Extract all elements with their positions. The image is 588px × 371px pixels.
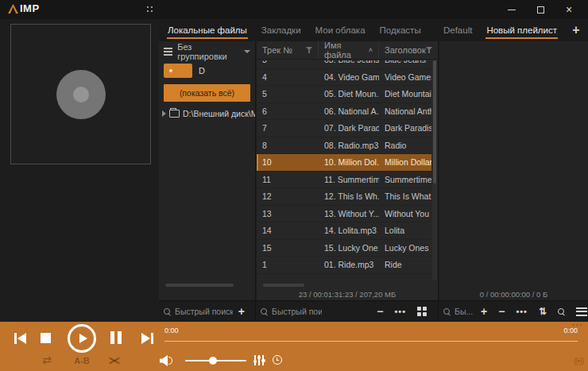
add-tracks-button[interactable]: +: [475, 305, 493, 318]
volume-slider[interactable]: [185, 360, 246, 361]
browser-horizontal-scrollbar[interactable]: [165, 284, 234, 287]
playlist-row[interactable]: 13 13. Without Y... Without You: [257, 206, 431, 223]
filter-icon[interactable]: [306, 47, 312, 53]
column-header-track[interactable]: Трек №: [257, 41, 319, 59]
tree-item-label: D:\Внешний диск\М: [183, 109, 255, 118]
column-header-title[interactable]: Заголовок: [379, 41, 438, 59]
window-controls: ×: [497, 0, 583, 19]
more-button[interactable]: •••: [510, 307, 533, 316]
stop-button[interactable]: [40, 332, 52, 344]
drive-label: D: [199, 66, 205, 75]
grid-icon: [417, 307, 427, 317]
maximize-button[interactable]: [526, 0, 555, 19]
drive-item[interactable]: D: [159, 61, 255, 80]
cell-track-number: 15: [257, 240, 319, 257]
playlist-more-button[interactable]: •••: [389, 307, 412, 316]
previous-button[interactable]: [10, 330, 30, 347]
browser-search-input[interactable]: [175, 307, 233, 316]
playlist-row[interactable]: 5 05. Diet Moun... Diet Mountain...: [257, 86, 431, 103]
volume-slider-thumb[interactable]: [209, 357, 217, 365]
pause-button[interactable]: [110, 331, 122, 344]
library-tab[interactable]: Подкасты: [373, 19, 428, 41]
play-button[interactable]: [67, 323, 97, 354]
menu-button[interactable]: [571, 307, 588, 316]
remove-tracks-button[interactable]: −: [493, 305, 510, 318]
cell-title: Lucky Ones: [379, 240, 431, 257]
playlist-search-input[interactable]: [272, 307, 322, 316]
sort-button[interactable]: ⇅: [533, 306, 552, 317]
next-icon: [141, 333, 153, 344]
cell-title: National Anth...: [379, 103, 431, 120]
ab-repeat-button[interactable]: A-B: [72, 355, 92, 365]
browser-add-button[interactable]: +: [233, 305, 250, 318]
playlist-row[interactable]: 1 01. Ride.mp3 Ride: [257, 257, 431, 274]
close-button[interactable]: ×: [555, 0, 583, 19]
cell-title: Blue Jeans: [379, 60, 431, 68]
cell-track-number: 10: [257, 154, 319, 171]
expand-arrow-icon[interactable]: [162, 110, 166, 117]
playlist-row[interactable]: 11 11. Summertim... Summertime S...: [257, 172, 431, 189]
playlist-row[interactable]: 3 03. Blue Jeans.... Blue Jeans: [257, 60, 431, 69]
new-playlist-toolbar: + − ••• ⇅: [439, 301, 588, 322]
view-grid-button[interactable]: [412, 307, 433, 317]
seek-bar[interactable]: [164, 341, 578, 342]
minimize-button[interactable]: [497, 0, 526, 19]
cell-filename: 13. Without Y...: [319, 206, 379, 222]
broadcast-icon[interactable]: ((•)): [574, 357, 583, 365]
resize-grip-left[interactable]: ···: [4, 319, 15, 328]
show-all-button[interactable]: (показать всё): [164, 84, 250, 102]
playlist-tab[interactable]: Default: [436, 19, 479, 41]
close-icon: ×: [566, 4, 572, 15]
search-button[interactable]: [552, 308, 571, 315]
playlist-row[interactable]: 12 12. This Is Wh... This Is What ...: [257, 188, 431, 206]
column-header-filename[interactable]: Имя файла ˄: [319, 41, 379, 59]
playlist-row[interactable]: 4 04. Video Gam... Video Games: [257, 69, 431, 87]
playlist-horizontal-scrollbar[interactable]: [263, 284, 304, 287]
play-icon: [68, 324, 96, 353]
playlist-tab[interactable]: Новый плейлист: [479, 19, 564, 41]
volume-mute-button[interactable]: [159, 354, 175, 367]
playlist-row[interactable]: 6 06. National A... National Anth...: [257, 103, 431, 121]
cell-track-number: 14: [257, 222, 319, 239]
disc-icon: [56, 70, 106, 119]
folder-icon: [169, 110, 180, 118]
bottom-toolbar: + − ••• + − ••• ⇅: [159, 300, 588, 322]
add-playlist-button[interactable]: +: [564, 19, 588, 41]
next-button[interactable]: [137, 330, 157, 347]
playlist-panel: Трек № Имя файла ˄ Заголовок 3 03. Blue …: [257, 41, 439, 300]
search-icon: [443, 308, 451, 315]
playlist-vertical-scrollbar[interactable]: [432, 60, 437, 280]
cell-track-number: 8: [257, 137, 319, 154]
cell-filename: 11. Summertim...: [319, 172, 379, 188]
library-tab[interactable]: Локальные файлы: [161, 19, 254, 41]
pause-icon: [110, 331, 122, 344]
repeat-button[interactable]: ⇄: [40, 354, 54, 365]
playlist-row[interactable]: 7 07. Dark Parad... Dark Paradise: [257, 120, 431, 137]
scrollbar-thumb[interactable]: [433, 60, 436, 184]
cell-title: This Is What ...: [379, 188, 431, 205]
quick-access-icon[interactable]: [147, 6, 155, 14]
sort-ascending-icon: ˄: [369, 46, 373, 54]
cell-filename: 07. Dark Parad...: [319, 120, 379, 137]
equalizer-button[interactable]: [253, 354, 265, 365]
playlist-remove-button[interactable]: −: [371, 305, 389, 318]
tree-item-folder[interactable]: D:\Внешний диск\М: [159, 105, 255, 122]
playlist-row[interactable]: 8 08. Radio.mp3 Radio: [257, 137, 431, 155]
filter-icon[interactable]: [426, 47, 432, 53]
playlist-row[interactable]: 15 15. Lucky One... Lucky Ones: [257, 240, 431, 257]
search-icon: [261, 308, 268, 315]
cell-track-number: 5: [257, 86, 319, 102]
playlist-row[interactable]: 10 10. Million Dol... Million Dollar ...: [257, 154, 431, 172]
playlist-row[interactable]: 14 14. Lolita.mp3 Lolita: [257, 222, 431, 240]
new-playlist-status: 0 / 00:00:00:00 / 0 Б: [439, 290, 588, 299]
library-tab[interactable]: Закладки: [254, 19, 308, 41]
time-elapsed: 0:00: [164, 327, 179, 334]
playlist-tabs: Default Новый плейлист: [436, 19, 564, 41]
scheduler-button[interactable]: [272, 354, 283, 365]
new-playlist-search-input[interactable]: [455, 307, 475, 316]
cell-track-number: 7: [257, 120, 319, 137]
grouping-selector[interactable]: Без группировки: [159, 41, 255, 61]
library-tab[interactable]: Мои облака: [308, 19, 373, 41]
stop-icon: [41, 333, 51, 343]
shuffle-button[interactable]: [108, 355, 121, 365]
